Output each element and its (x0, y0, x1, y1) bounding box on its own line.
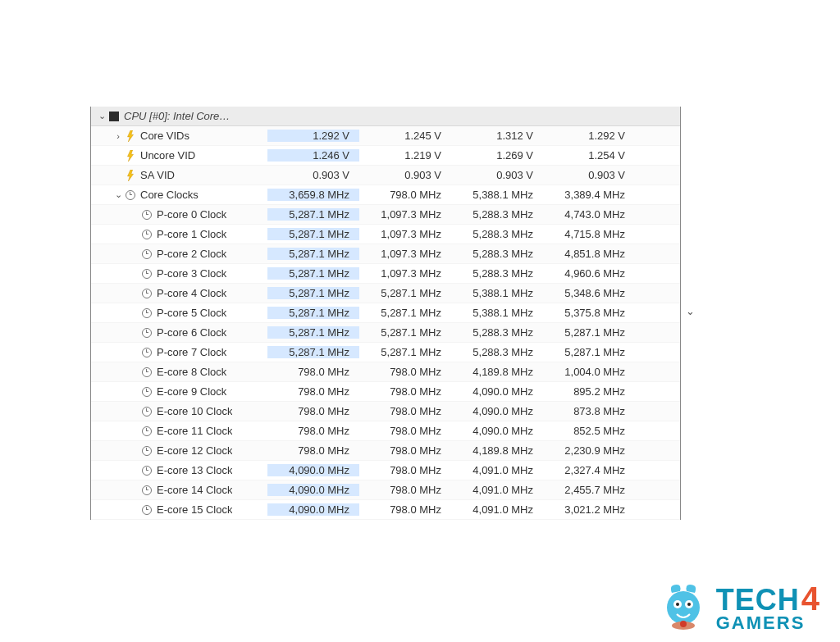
value-cell: 852.5 MHz (543, 425, 635, 437)
sensor-row-pcore2[interactable]: ·P-core 2 Clock5,287.1 MHz1,097.3 MHz5,2… (91, 244, 680, 264)
sensor-row-pcore3[interactable]: ·P-core 3 Clock5,287.1 MHz1,097.3 MHz5,2… (91, 264, 680, 284)
clock-icon (140, 484, 153, 497)
value-cell: 5,287.1 MHz (543, 326, 635, 339)
sensor-row-ecore13[interactable]: ·E-core 13 Clock4,090.0 MHz798.0 MHz4,09… (91, 461, 680, 480)
row-label: E-core 15 Clock (157, 503, 232, 516)
tree-header-row[interactable]: ⌄ CPU [#0]: Intel Core… (91, 107, 680, 126)
sensor-row-pcore5[interactable]: ·P-core 5 Clock5,287.1 MHz5,287.1 MHz5,3… (91, 303, 680, 323)
value-cell: 1.292 V (543, 130, 635, 142)
scroll-down-icon[interactable]: ⌄ (686, 305, 695, 317)
value-cell: 4,090.0 MHz (451, 405, 543, 417)
clock-icon (140, 287, 153, 300)
clock-icon (140, 464, 153, 477)
clock-icon (140, 444, 153, 458)
value-cell: 5,287.1 MHz (267, 307, 359, 319)
value-cell: 5,288.3 MHz (451, 208, 543, 221)
chevron-right-icon[interactable]: › (112, 131, 124, 141)
value-cell: 2,327.4 MHz (543, 464, 635, 476)
header-label: CPU [#0]: Intel Core… (124, 110, 230, 122)
sensor-row-pcore4[interactable]: ·P-core 4 Clock5,287.1 MHz5,287.1 MHz5,3… (91, 284, 680, 303)
chip-icon (107, 110, 121, 123)
sensor-row-ecore10[interactable]: ·E-core 10 Clock798.0 MHz798.0 MHz4,090.… (91, 402, 680, 421)
value-cell: 4,189.8 MHz (451, 366, 543, 378)
value-cell: 5,288.3 MHz (451, 326, 543, 339)
bolt-icon (124, 149, 137, 162)
value-cell: 798.0 MHz (267, 444, 359, 457)
value-cell: 798.0 MHz (359, 189, 451, 201)
svg-point-4 (687, 603, 691, 606)
clock-icon (140, 228, 153, 241)
value-cell: 798.0 MHz (359, 464, 451, 476)
sensor-row-ecore15[interactable]: ·E-core 15 Clock4,090.0 MHz798.0 MHz4,09… (91, 500, 680, 520)
svg-point-6 (680, 621, 687, 627)
value-cell: 0.903 V (359, 169, 451, 181)
value-cell: 5,288.3 MHz (451, 248, 543, 260)
sensor-row-ecore12[interactable]: ·E-core 12 Clock798.0 MHz798.0 MHz4,189.… (91, 441, 680, 461)
sensor-row-sa-vid[interactable]: ·SA VID0.903 V0.903 V0.903 V0.903 V (91, 166, 680, 185)
sensor-row-pcore1[interactable]: ·P-core 1 Clock5,287.1 MHz1,097.3 MHz5,2… (91, 225, 680, 244)
clock-icon (140, 405, 153, 418)
value-cell: 4,091.0 MHz (451, 464, 543, 476)
value-cell: 0.903 V (451, 169, 543, 181)
row-label: Core VIDs (140, 130, 189, 142)
value-cell: 1,097.3 MHz (359, 248, 451, 260)
value-cell: 798.0 MHz (359, 405, 451, 417)
watermark-brand-c: GAMERS (716, 615, 820, 632)
value-cell: 4,090.0 MHz (451, 385, 543, 398)
value-cell: 4,090.0 MHz (451, 425, 543, 437)
value-cell: 5,288.3 MHz (451, 228, 543, 240)
sensor-row-pcore7[interactable]: ·P-core 7 Clock5,287.1 MHz5,287.1 MHz5,2… (91, 343, 680, 362)
value-cell: 798.0 MHz (267, 366, 359, 378)
row-label: P-core 4 Clock (157, 287, 226, 299)
sensor-row-core-clocks[interactable]: ⌄Core Clocks3,659.8 MHz798.0 MHz5,388.1 … (91, 185, 680, 205)
row-label: P-core 7 Clock (157, 346, 226, 358)
sensor-row-ecore11[interactable]: ·E-core 11 Clock798.0 MHz798.0 MHz4,090.… (91, 421, 680, 441)
value-cell: 3,021.2 MHz (543, 503, 635, 516)
value-cell: 5,287.1 MHz (543, 346, 635, 358)
watermark-brand-b: 4 (801, 581, 820, 617)
value-cell: 798.0 MHz (267, 385, 359, 398)
clock-icon (140, 425, 153, 438)
clock-icon (140, 267, 153, 280)
chevron-down-icon[interactable]: ⌄ (112, 189, 124, 200)
value-cell: 1,097.3 MHz (359, 208, 451, 221)
value-cell: 5,388.1 MHz (451, 307, 543, 319)
value-cell: 5,287.1 MHz (267, 208, 359, 221)
value-cell: 1.254 V (543, 149, 635, 162)
value-cell: 4,090.0 MHz (267, 464, 359, 476)
row-label: Core Clocks (140, 189, 199, 201)
value-cell: 4,960.6 MHz (543, 267, 635, 280)
value-cell: 873.8 MHz (543, 405, 635, 417)
value-cell: 1.269 V (451, 149, 543, 162)
sensor-row-pcore0[interactable]: ·P-core 0 Clock5,287.1 MHz1,097.3 MHz5,2… (91, 205, 680, 225)
value-cell: 5,287.1 MHz (267, 267, 359, 280)
value-cell: 4,743.0 MHz (543, 208, 635, 221)
chevron-down-icon[interactable]: ⌄ (96, 111, 107, 121)
row-label: E-core 14 Clock (157, 484, 232, 496)
clock-icon (140, 503, 153, 517)
value-cell: 798.0 MHz (359, 484, 451, 496)
row-label: P-core 5 Clock (157, 307, 226, 319)
clock-icon (124, 189, 137, 202)
clock-icon (140, 248, 153, 261)
row-label: E-core 11 Clock (157, 425, 232, 437)
watermark-logo: TECH4 GAMERS (657, 581, 820, 634)
svg-point-0 (667, 591, 700, 624)
row-label: P-core 2 Clock (157, 248, 226, 260)
sensor-row-ecore9[interactable]: ·E-core 9 Clock798.0 MHz798.0 MHz4,090.0… (91, 382, 680, 402)
sensor-row-core-vids[interactable]: ›Core VIDs1.292 V1.245 V1.312 V1.292 V (91, 126, 680, 146)
value-cell: 5,287.1 MHz (267, 346, 359, 358)
value-cell: 798.0 MHz (359, 385, 451, 398)
value-cell: 4,715.8 MHz (543, 228, 635, 240)
sensor-row-ecore14[interactable]: ·E-core 14 Clock4,090.0 MHz798.0 MHz4,09… (91, 480, 680, 500)
value-cell: 895.2 MHz (543, 385, 635, 398)
sensor-tree-panel: ⌄ CPU [#0]: Intel Core… ›Core VIDs1.292 … (90, 107, 681, 520)
sensor-row-uncore-vid[interactable]: ·Uncore VID1.246 V1.219 V1.269 V1.254 V (91, 146, 680, 166)
value-cell: 4,091.0 MHz (451, 503, 543, 516)
row-label: E-core 13 Clock (157, 464, 232, 476)
value-cell: 5,287.1 MHz (267, 228, 359, 240)
sensor-row-ecore8[interactable]: ·E-core 8 Clock798.0 MHz798.0 MHz4,189.8… (91, 362, 680, 382)
sensor-row-pcore6[interactable]: ·P-core 6 Clock5,287.1 MHz5,287.1 MHz5,2… (91, 323, 680, 343)
clock-icon (140, 307, 153, 320)
value-cell: 4,851.8 MHz (543, 248, 635, 260)
